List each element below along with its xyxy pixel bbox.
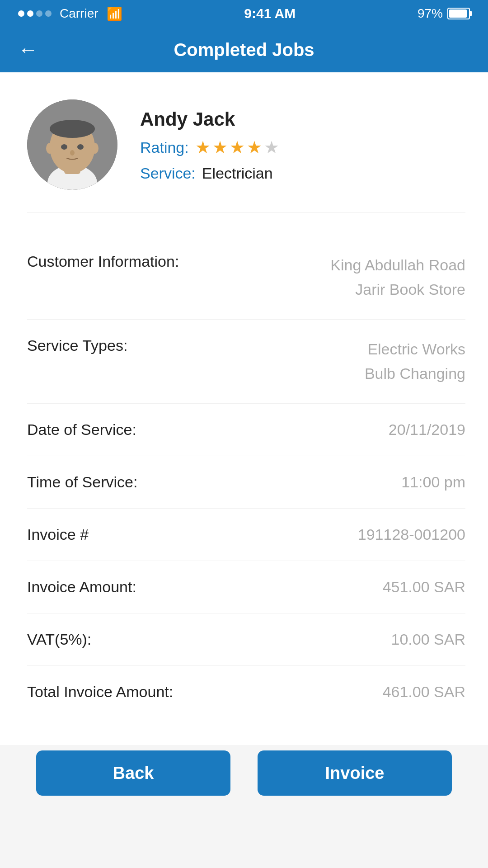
info-section: Customer Information: King Abdullah Road… — [27, 236, 465, 718]
signal-dot-1 — [18, 10, 24, 17]
invoice-number-value: 191128-001200 — [358, 526, 465, 543]
vat-value: 10.00 SAR — [391, 631, 465, 648]
avatar — [27, 99, 117, 190]
star-3: ★ — [230, 137, 245, 157]
star-1: ★ — [195, 137, 211, 157]
back-button[interactable]: Back — [36, 750, 230, 796]
status-bar: Carrier 📶 9:41 AM 97% — [0, 0, 488, 27]
wifi-icon: 📶 — [107, 6, 122, 21]
service-value: Electrician — [202, 165, 273, 182]
star-5: ★ — [264, 137, 279, 157]
svg-point-9 — [91, 143, 99, 154]
battery-percent: 97% — [418, 6, 443, 21]
status-left: Carrier 📶 — [18, 6, 122, 21]
customer-info-row: Customer Information: King Abdullah Road… — [27, 236, 465, 320]
carrier-label: Carrier — [60, 6, 99, 21]
total-invoice-label: Total Invoice Amount: — [27, 683, 173, 701]
svg-point-5 — [61, 144, 67, 150]
star-4: ★ — [247, 137, 262, 157]
rating-label: Rating: — [140, 139, 189, 156]
customer-info-value: King Abdullah Road Jarir Book Store — [330, 253, 465, 302]
service-types-label: Service Types: — [27, 337, 127, 354]
avatar-image — [27, 99, 117, 190]
time-of-service-label: Time of Service: — [27, 473, 137, 491]
service-types-value: Electric Works Bulb Changing — [365, 337, 465, 386]
invoice-amount-row: Invoice Amount: 451.00 SAR — [27, 561, 465, 613]
header: ← Completed Jobs — [0, 27, 488, 72]
battery-area: 97% — [418, 6, 470, 21]
page-title: Completed Jobs — [174, 40, 314, 60]
svg-point-4 — [50, 120, 95, 138]
date-of-service-label: Date of Service: — [27, 421, 136, 439]
date-of-service-value: 20/11/2019 — [389, 421, 465, 439]
service-label: Service: — [140, 165, 196, 182]
battery-icon — [447, 8, 470, 19]
profile-name: Andy Jack — [140, 108, 279, 130]
profile-service: Service: Electrician — [140, 165, 279, 182]
date-of-service-row: Date of Service: 20/11/2019 — [27, 404, 465, 456]
total-invoice-row: Total Invoice Amount: 461.00 SAR — [27, 666, 465, 718]
time-of-service-row: Time of Service: 11:00 pm — [27, 456, 465, 509]
stars-container: ★ ★ ★ ★ ★ — [195, 137, 279, 157]
service-types-row: Service Types: Electric Works Bulb Chang… — [27, 320, 465, 404]
signal-dots — [18, 10, 52, 17]
profile-info: Andy Jack Rating: ★ ★ ★ ★ ★ Service: Ele… — [140, 99, 279, 182]
invoice-number-label: Invoice # — [27, 526, 89, 543]
profile-section: Andy Jack Rating: ★ ★ ★ ★ ★ Service: Ele… — [27, 99, 465, 213]
time-of-service-value: 11:00 pm — [401, 473, 465, 491]
customer-info-label: Customer Information: — [27, 253, 179, 270]
profile-rating: Rating: ★ ★ ★ ★ ★ — [140, 137, 279, 157]
back-arrow-icon: ← — [18, 38, 38, 61]
invoice-button[interactable]: Invoice — [258, 750, 452, 796]
invoice-amount-value: 451.00 SAR — [383, 578, 465, 596]
bottom-buttons: Back Invoice — [0, 750, 488, 796]
svg-point-6 — [77, 144, 84, 150]
svg-point-7 — [70, 150, 75, 156]
signal-dot-2 — [27, 10, 33, 17]
battery-fill — [449, 9, 467, 18]
vat-label: VAT(5%): — [27, 631, 91, 648]
star-2: ★ — [212, 137, 228, 157]
total-invoice-value: 461.00 SAR — [383, 683, 465, 701]
signal-dot-4 — [45, 10, 52, 17]
invoice-amount-label: Invoice Amount: — [27, 578, 136, 596]
invoice-number-row: Invoice # 191128-001200 — [27, 509, 465, 561]
signal-dot-3 — [36, 10, 42, 17]
svg-point-8 — [46, 143, 53, 154]
back-arrow-button[interactable]: ← — [18, 38, 38, 61]
content-area: Andy Jack Rating: ★ ★ ★ ★ ★ Service: Ele… — [0, 72, 488, 745]
time-display: 9:41 AM — [244, 6, 296, 21]
vat-row: VAT(5%): 10.00 SAR — [27, 613, 465, 666]
